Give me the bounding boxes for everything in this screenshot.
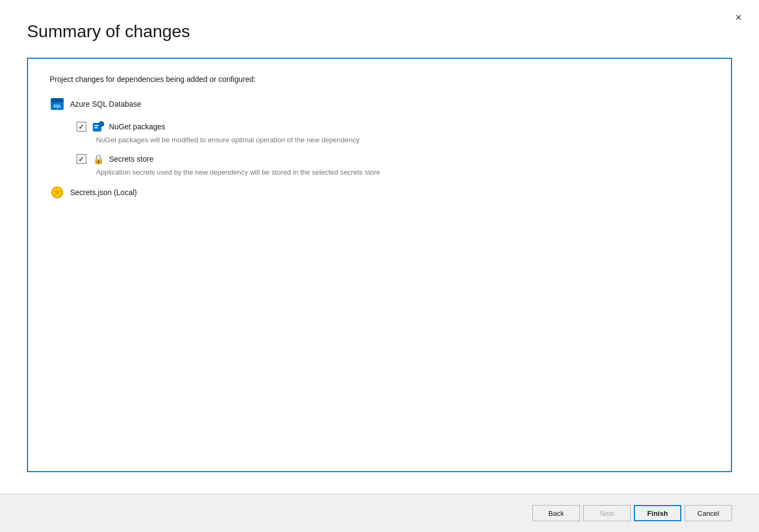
lock-icon: 🔒 [92, 153, 105, 165]
secrets-store-checkbox[interactable]: ✓ [77, 154, 86, 164]
back-button[interactable]: Back [532, 505, 580, 521]
finish-button[interactable]: Finish [634, 505, 681, 521]
azure-sql-label: Azure SQL Database [70, 100, 141, 108]
changes-description: Project changes for dependencies being a… [50, 75, 709, 84]
changes-box: Project changes for dependencies being a… [27, 58, 732, 472]
nuget-row: ✓ NuGet packages [77, 120, 709, 133]
next-button[interactable]: Next [583, 505, 631, 521]
nuget-checkbox[interactable]: ✓ [77, 122, 86, 132]
secrets-json-icon [50, 185, 65, 200]
dialog: × Summary of changes Project changes for… [0, 0, 759, 532]
page-title: Summary of changes [27, 22, 732, 42]
svg-point-5 [100, 122, 103, 126]
tree-children: ✓ NuGet packages [77, 120, 709, 177]
secrets-store-row: ✓ 🔒 Secrets store [77, 153, 709, 165]
dialog-footer: Back Next Finish Cancel [0, 494, 759, 532]
nuget-item: ✓ NuGet packages [77, 120, 709, 145]
close-button[interactable]: × [731, 10, 746, 25]
dialog-header: Summary of changes [0, 0, 759, 52]
nuget-icon [92, 120, 105, 133]
secrets-store-item: ✓ 🔒 Secrets store Application secrets us… [77, 153, 709, 177]
secrets-json-item: Secrets.json (Local) [50, 185, 709, 200]
svg-rect-6 [94, 125, 99, 126]
azure-sql-item: SQL Azure SQL Database [50, 96, 709, 112]
svg-rect-1 [51, 98, 64, 102]
nuget-label: NuGet packages [109, 122, 165, 131]
secrets-json-label: Secrets.json (Local) [70, 188, 137, 197]
azure-sql-icon: SQL [50, 96, 65, 112]
cancel-button[interactable]: Cancel [685, 505, 732, 521]
secrets-store-label: Secrets store [109, 155, 153, 163]
svg-rect-7 [94, 127, 98, 128]
secrets-store-description: Application secrets used by the new depe… [96, 168, 709, 177]
dialog-content: Project changes for dependencies being a… [0, 52, 759, 494]
svg-text:SQL: SQL [53, 104, 61, 108]
nuget-description: NuGet packages will be modified to ensur… [96, 135, 709, 145]
